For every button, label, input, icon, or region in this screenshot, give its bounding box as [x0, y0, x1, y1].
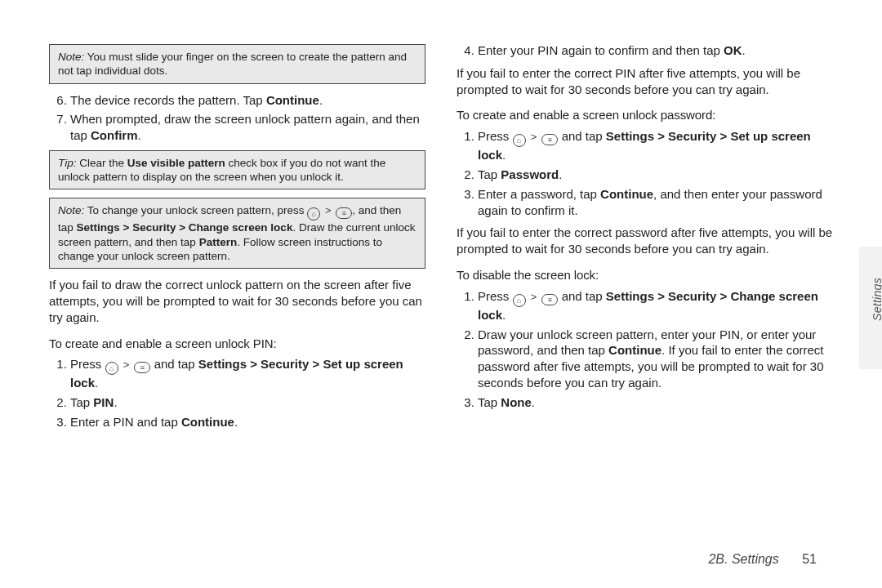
menu-icon: ≡	[541, 294, 558, 305]
list-item: Press ⌂ > ≡ and tap Settings > Security …	[70, 356, 425, 391]
pin-steps-list: Press ⌂ > ≡ and tap Settings > Security …	[52, 356, 425, 430]
note-box-1: Note: You must slide your finger on the …	[49, 44, 425, 84]
chevron-right-icon: >	[531, 130, 537, 144]
manual-page: Note: You must slide your finger on the …	[0, 0, 882, 498]
list-item: Press ⌂ > ≡ and tap Settings > Security …	[478, 288, 833, 323]
callout-label: Note:	[58, 51, 84, 63]
callout-label: Tip:	[58, 157, 76, 169]
list-item: Draw your unlock screen pattern, enter y…	[478, 327, 833, 391]
chevron-right-icon: >	[531, 290, 537, 304]
left-column: Note: You must slide your finger on the …	[49, 39, 425, 482]
section-title: 2B. Settings	[708, 552, 778, 566]
list-item: Enter a PIN and tap Continue.	[70, 414, 425, 430]
list-item: The device records the pattern. Tap Cont…	[70, 92, 425, 109]
paragraph-fail-password: If you fail to enter the correct passwor…	[457, 225, 833, 257]
paragraph-fail-pin: If you fail to enter the correct PIN aft…	[457, 65, 833, 98]
menu-icon: ≡	[134, 362, 150, 373]
pattern-continue-list: The device records the pattern. Tap Cont…	[52, 92, 425, 144]
callout-body: You must slide your finger on the screen…	[58, 51, 407, 77]
list-item: Press ⌂ > ≡ and tap Settings > Security …	[478, 128, 833, 163]
paragraph-fail-pattern: If you fail to draw the correct unlock p…	[49, 277, 425, 325]
disable-steps-list: Press ⌂ > ≡ and tap Settings > Security …	[460, 288, 833, 411]
right-column: Enter your PIN again to confirm and then…	[457, 39, 833, 482]
subhead-pin: To create and enable a screen unlock PIN…	[49, 336, 425, 352]
callout-label: Note:	[58, 204, 84, 216]
list-item: Tap None.	[478, 394, 833, 411]
list-item: Tap PIN.	[70, 394, 425, 411]
menu-icon: ≡	[541, 134, 558, 145]
list-item: Enter a password, tap Continue, and then…	[478, 186, 833, 219]
subhead-password: To create and enable a screen unlock pas…	[457, 107, 833, 123]
list-item: When prompted, draw the screen unlock pa…	[70, 111, 425, 144]
thumb-tab-label: Settings	[871, 278, 882, 321]
pin-steps-continued: Enter your PIN again to confirm and then…	[460, 42, 833, 59]
note-box-2: Note: To change your unlock screen patte…	[49, 198, 425, 269]
menu-icon: ≡	[336, 207, 352, 219]
chevron-right-icon: >	[325, 204, 332, 218]
list-item: Enter your PIN again to confirm and then…	[478, 42, 833, 59]
list-item: Tap Password.	[478, 167, 833, 183]
page-footer: 2B. Settings 51	[708, 552, 817, 567]
page-number: 51	[802, 552, 817, 566]
home-icon: ⌂	[513, 294, 526, 307]
subhead-disable: To disable the screen lock:	[457, 267, 833, 283]
tip-box: Tip: Clear the Use visible pattern check…	[49, 150, 425, 190]
home-icon: ⌂	[307, 207, 320, 220]
home-icon: ⌂	[105, 362, 118, 375]
password-steps-list: Press ⌂ > ≡ and tap Settings > Security …	[460, 128, 833, 218]
home-icon: ⌂	[513, 134, 526, 147]
chevron-right-icon: >	[123, 358, 130, 372]
